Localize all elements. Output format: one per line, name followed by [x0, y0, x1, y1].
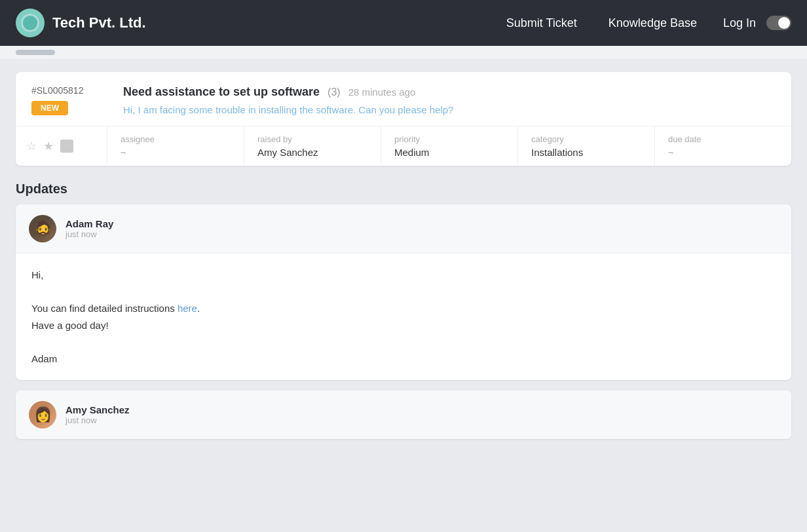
update-body-line1: Hi,	[31, 267, 776, 284]
avatar-adam-icon: 🧔	[34, 220, 52, 237]
raised-by-value: Amy Sanchez	[257, 147, 367, 158]
update-author-name-amy: Amy Sanchez	[66, 404, 130, 415]
ticket-time: 28 minutes ago	[348, 86, 416, 98]
company-name: Tech Pvt. Ltd.	[52, 14, 146, 31]
ticket-main-col: Need assistance to set up software (3) 2…	[123, 85, 776, 115]
ticket-id-col: #SL0005812 NEW	[31, 85, 110, 115]
ticket-card: #SL0005812 NEW Need assistance to set up…	[16, 72, 791, 166]
meta-assignee: assignee ~	[107, 126, 244, 166]
update-header-amy: 👩 Amy Sanchez just now	[16, 390, 791, 439]
raised-by-label: raised by	[257, 134, 367, 144]
update-author-name-adam: Adam Ray	[66, 218, 113, 229]
main-content: #SL0005812 NEW Need assistance to set up…	[0, 59, 807, 452]
ticket-id: #SL0005812	[31, 85, 110, 96]
ticket-header-row: #SL0005812 NEW Need assistance to set up…	[31, 85, 776, 115]
avatar-amy-icon: 👩	[34, 406, 52, 423]
nav-knowledge-base[interactable]: Knowledge Base	[609, 16, 697, 30]
ticket-title-row: Need assistance to set up software (3) 2…	[123, 85, 776, 99]
logo-area: Tech Pvt. Ltd.	[16, 9, 506, 37]
theme-toggle[interactable]	[766, 16, 791, 30]
update-author-info-amy: Amy Sanchez just now	[66, 404, 130, 425]
logo-icon	[16, 9, 45, 37]
priority-value: Medium	[394, 147, 504, 158]
update-author-time-amy: just now	[66, 415, 130, 425]
update-author-info-adam: Adam Ray just now	[66, 218, 113, 239]
toggle-knob	[778, 17, 790, 29]
update-header-adam: 🧔 Adam Ray just now	[16, 204, 791, 254]
log-in-link[interactable]: Log In	[723, 16, 756, 30]
update-card-amy: 👩 Amy Sanchez just now	[16, 390, 791, 439]
due-date-label: due date	[668, 134, 778, 144]
due-date-value: ~	[668, 147, 778, 158]
header: Tech Pvt. Ltd. Submit Ticket Knowledge B…	[0, 0, 807, 46]
meta-priority: priority Medium	[381, 126, 518, 166]
meta-raised-by: raised by Amy Sanchez	[244, 126, 381, 166]
ticket-top: #SL0005812 NEW Need assistance to set up…	[16, 72, 791, 126]
update-body-adam: Hi, You can find detailed instructions h…	[16, 254, 791, 380]
ticket-title: Need assistance to set up software	[123, 85, 320, 99]
scrollbar-thumb[interactable]	[16, 50, 55, 55]
square-icon[interactable]	[60, 140, 73, 153]
header-right: Log In	[723, 16, 791, 30]
ticket-preview: Hi, I am facing some trouble in installi…	[123, 104, 776, 115]
star-icon-filled[interactable]: ★	[43, 139, 54, 153]
category-value: Installations	[531, 147, 641, 158]
ticket-meta-row: ☆ ★ assignee ~ raised by Amy Sanchez pri…	[16, 126, 791, 166]
update-body-line3: Have a good day!	[31, 317, 776, 334]
nav-links: Submit Ticket Knowledge Base	[506, 16, 697, 30]
nav-submit-ticket[interactable]: Submit Ticket	[506, 16, 577, 30]
assignee-value: ~	[121, 147, 231, 158]
updates-title: Updates	[16, 181, 791, 197]
avatar-adam: 🧔	[29, 215, 56, 242]
meta-category: category Installations	[518, 126, 655, 166]
update-body-line4: Adam	[31, 351, 776, 368]
ticket-icons: ☆ ★	[16, 126, 107, 166]
meta-due-date: due date ~	[655, 126, 791, 166]
update-link-here[interactable]: here	[178, 303, 197, 314]
update-body-line2: You can find detailed instructions here.	[31, 300, 776, 317]
star-icon-outline[interactable]: ☆	[26, 139, 37, 153]
ticket-count: (3)	[328, 86, 341, 98]
category-label: category	[531, 134, 641, 144]
update-author-time-adam: just now	[66, 229, 113, 239]
scrollbar-area	[0, 46, 807, 59]
assignee-label: assignee	[121, 134, 231, 144]
avatar-amy: 👩	[29, 401, 56, 428]
update-card-adam: 🧔 Adam Ray just now Hi, You can find det…	[16, 204, 791, 380]
priority-label: priority	[394, 134, 504, 144]
ticket-badge: NEW	[31, 101, 68, 115]
